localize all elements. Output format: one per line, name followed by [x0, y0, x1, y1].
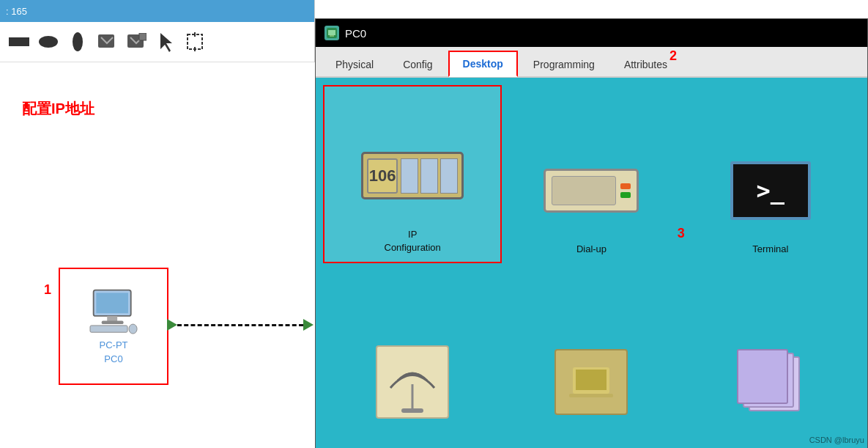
svg-rect-18	[330, 35, 334, 37]
app5-icon-container	[540, 334, 642, 430]
toolbar-cursor-icon[interactable]	[154, 30, 177, 54]
svg-rect-17	[328, 30, 335, 35]
app-terminal-label: Terminal	[752, 243, 788, 256]
pc-node[interactable]: PC-PT PC0	[59, 268, 168, 385]
badge-3: 3	[678, 226, 685, 241]
wireless-icon-container	[361, 334, 464, 430]
terminal-icon-container: >_	[719, 143, 822, 238]
toolbar-label: : 165	[6, 6, 27, 17]
badge-2: 2	[669, 48, 677, 64]
arrow-left	[167, 319, 177, 331]
svg-rect-12	[107, 316, 117, 321]
svg-point-15	[128, 324, 136, 334]
svg-marker-6	[160, 33, 172, 52]
tab-programming[interactable]: Programming	[519, 52, 609, 77]
wireless-svg	[387, 351, 438, 414]
icon-toolbar	[0, 22, 314, 62]
toolbar-select-icon[interactable]	[183, 30, 207, 54]
pc0-window: PC0 Physical Config Desktop Programming …	[315, 18, 868, 448]
badge-1: 1	[44, 282, 51, 298]
svg-rect-5	[139, 33, 146, 40]
svg-rect-11	[96, 293, 128, 314]
dialup-icon-container	[540, 143, 642, 238]
toolbar-icon-3[interactable]	[66, 30, 89, 54]
toolbar-icon-1[interactable]	[7, 30, 31, 54]
app-6[interactable]	[681, 263, 860, 441]
app-wireless[interactable]	[323, 263, 502, 441]
connection-line	[167, 320, 314, 329]
tab-physical[interactable]: Physical	[322, 52, 387, 77]
svg-rect-22	[576, 370, 607, 390]
tab-desktop[interactable]: Desktop	[448, 51, 518, 77]
app-ip-configuration[interactable]: 106 IPConfiguration	[323, 85, 502, 263]
pc-icon	[86, 287, 141, 334]
pc-label: PC-PT PC0	[100, 339, 128, 365]
tab-config[interactable]: Config	[389, 52, 446, 77]
app-5[interactable]	[502, 263, 680, 441]
app-terminal[interactable]: >_ Terminal 3	[681, 85, 860, 263]
svg-rect-13	[101, 321, 123, 325]
svg-point-2	[73, 32, 83, 51]
svg-rect-0	[9, 37, 29, 46]
svg-rect-14	[90, 326, 127, 332]
app-dialup[interactable]: Dial-up	[502, 85, 680, 263]
svg-rect-20	[401, 408, 423, 413]
pc0-title: PC0	[345, 27, 366, 40]
watermark: CSDN @lbruyu	[809, 436, 864, 444]
top-toolbar: : 165	[0, 0, 314, 22]
svg-rect-3	[98, 34, 114, 48]
svg-rect-23	[569, 394, 613, 397]
app-ip-config-label: IPConfiguration	[385, 228, 441, 254]
pc0-title-icon	[324, 26, 339, 40]
ip-config-icon-container: 106	[361, 128, 464, 224]
left-panel: : 165	[0, 0, 315, 448]
toolbar-icon-4[interactable]	[95, 30, 119, 54]
chinese-title: 配置IP地址	[22, 99, 94, 119]
arrow-right	[303, 319, 314, 331]
app5-svg	[565, 356, 617, 408]
dashed-segment	[177, 324, 303, 326]
toolbar-icon-2[interactable]	[37, 30, 60, 54]
canvas-area: 配置IP地址 1 PC-PT PC0	[0, 62, 315, 448]
svg-point-1	[39, 36, 58, 48]
desktop-grid: 106 IPConfiguration	[316, 78, 867, 448]
app6-icon-container	[719, 334, 822, 430]
tabs-bar: Physical Config Desktop Programming Attr…	[316, 47, 867, 78]
toolbar-icon-5[interactable]	[125, 30, 148, 54]
app-dialup-label: Dial-up	[576, 243, 607, 256]
pc0-titlebar: PC0	[316, 19, 867, 47]
